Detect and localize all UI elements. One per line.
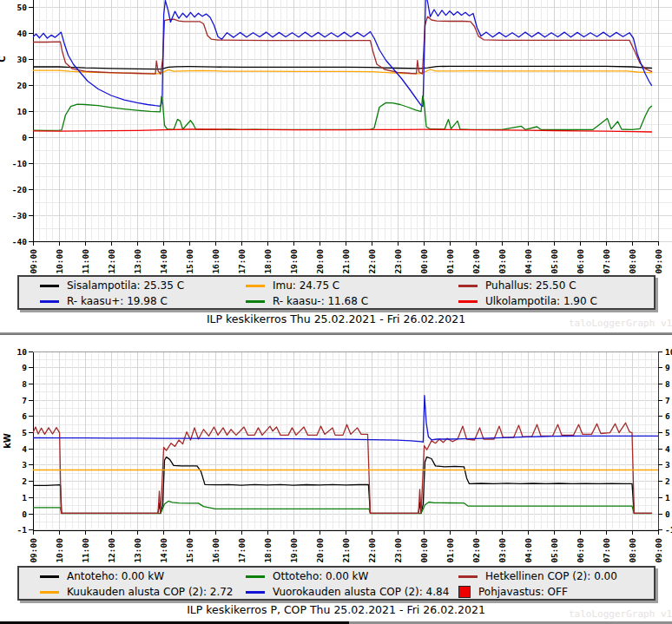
svg-text:18:00: 18:00 — [263, 249, 273, 274]
svg-text:10: 10 — [17, 347, 28, 357]
svg-text:-1: -1 — [665, 525, 672, 535]
svg-text:-40: -40 — [12, 237, 27, 246]
svg-text:2: 2 — [665, 476, 670, 486]
svg-text:-30: -30 — [12, 211, 27, 220]
svg-text:14:00: 14:00 — [159, 538, 168, 563]
svg-text:40: 40 — [17, 29, 28, 38]
svg-text:13:00: 13:00 — [133, 249, 142, 274]
talologger-graph-page: 50403020100-10-20-30-4009:0010:0011:0012… — [0, 0, 672, 624]
legend-item: R- kaasu+: 19.98 C — [40, 295, 246, 307]
legend-label: Vuorokauden alusta COP (2): 4.84 — [273, 586, 449, 598]
svg-text:0: 0 — [22, 133, 27, 142]
svg-text:17:00: 17:00 — [237, 249, 247, 274]
line-swatch — [40, 300, 59, 303]
svg-text:-20: -20 — [12, 185, 27, 194]
legend-label: Sisalampotila: 25.35 C — [67, 279, 184, 292]
legend-item: Imu: 24.75 C — [246, 279, 458, 292]
svg-text:09:00: 09:00 — [654, 538, 663, 563]
svg-text:5: 5 — [665, 428, 670, 437]
legend-label: Ulkolampotila: 1.90 C — [485, 295, 597, 307]
watermark: taloLoggerGraph v1 — [569, 318, 672, 329]
svg-text:09:00: 09:00 — [654, 249, 663, 274]
svg-text:08:00: 08:00 — [628, 538, 637, 563]
svg-text:21:00: 21:00 — [341, 538, 351, 563]
svg-text:50: 50 — [17, 3, 28, 12]
series-Sisalampotila — [33, 66, 652, 69]
svg-text:20:00: 20:00 — [315, 249, 325, 274]
svg-text:21:00: 21:00 — [341, 249, 351, 274]
svg-text:04:00: 04:00 — [524, 538, 533, 563]
svg-text:16:00: 16:00 — [211, 538, 221, 563]
svg-text:14:00: 14:00 — [159, 249, 168, 274]
svg-text:10:00: 10:00 — [55, 538, 64, 563]
line-swatch — [458, 300, 478, 303]
svg-text:01:00: 01:00 — [445, 538, 455, 563]
svg-text:01:00: 01:00 — [445, 249, 455, 274]
svg-text:15:00: 15:00 — [185, 538, 194, 563]
legend-item: Sisalampotila: 25.35 C — [40, 279, 246, 292]
svg-text:05:00: 05:00 — [550, 249, 559, 274]
svg-text:3: 3 — [665, 460, 670, 470]
svg-text:30: 30 — [17, 55, 28, 64]
svg-text:1: 1 — [22, 493, 27, 502]
line-swatch — [40, 591, 59, 594]
svg-text:6: 6 — [22, 411, 27, 421]
chart-divider — [0, 332, 672, 335]
legend-label: R- kaasu+: 19.98 C — [67, 295, 168, 307]
line-swatch — [458, 575, 478, 578]
svg-text:-10: -10 — [12, 159, 27, 168]
svg-text:20: 20 — [17, 81, 28, 90]
svg-text:0: 0 — [665, 509, 670, 519]
svg-text:7: 7 — [665, 396, 670, 405]
line-swatch — [40, 285, 59, 287]
series-R- kaasu- — [33, 96, 652, 131]
svg-text:2: 2 — [22, 476, 27, 486]
series-Ottoteho — [33, 501, 652, 513]
legend-label: R- kaasu-: 11.68 C — [273, 295, 368, 307]
svg-text:03:00: 03:00 — [497, 538, 507, 563]
svg-text:12:00: 12:00 — [107, 249, 116, 274]
svg-text:00:00: 00:00 — [419, 538, 429, 563]
svg-text:06:00: 06:00 — [576, 538, 585, 563]
svg-text:09:00: 09:00 — [29, 538, 38, 563]
line-swatch — [246, 575, 265, 578]
svg-text:4: 4 — [665, 444, 670, 454]
svg-text:06:00: 06:00 — [576, 249, 585, 274]
svg-text:23:00: 23:00 — [393, 538, 403, 563]
svg-text:04:00: 04:00 — [524, 249, 533, 274]
temp-chart-group: 50403020100-10-20-30-4009:0010:0011:0012… — [0, 0, 672, 274]
legend-label: Kuukauden alusta COP (2): 2.72 — [67, 586, 233, 598]
svg-text:C: C — [0, 56, 7, 62]
legend-item: Kuukauden alusta COP (2): 2.72 — [40, 586, 246, 598]
svg-text:8: 8 — [22, 379, 27, 389]
legend-item: R- kaasu-: 11.68 C — [246, 295, 458, 307]
svg-text:4: 4 — [22, 444, 27, 454]
legend-item: Ulkolampotila: 1.90 C — [458, 295, 654, 307]
svg-text:07:00: 07:00 — [602, 538, 611, 563]
svg-text:16:00: 16:00 — [211, 249, 221, 274]
legend-label: Imu: 24.75 C — [273, 279, 339, 292]
svg-text:20:00: 20:00 — [315, 538, 325, 563]
series-R- kaasu+ — [33, 0, 652, 107]
svg-text:0: 0 — [22, 509, 27, 519]
power-chart-group: 101099887766554433221100-1-109:0010:0011… — [3, 347, 672, 563]
legend-item: Vuorokauden alusta COP (2): 4.84 — [246, 586, 458, 598]
svg-text:6: 6 — [665, 411, 670, 421]
legend-label: Hetkellinen COP (2): 0.00 — [485, 570, 617, 582]
line-swatch — [246, 285, 265, 287]
svg-text:00:00: 00:00 — [419, 249, 429, 274]
svg-text:1: 1 — [665, 493, 670, 502]
watermark: taloLoggerGraph v1 — [569, 608, 672, 620]
svg-text:-1: -1 — [17, 525, 28, 535]
svg-text:17:00: 17:00 — [237, 538, 247, 563]
pohjavastus-status-swatch — [458, 586, 471, 598]
legend-item: Hetkellinen COP (2): 0.00 — [458, 570, 654, 582]
svg-text:11:00: 11:00 — [81, 538, 90, 563]
svg-text:19:00: 19:00 — [289, 538, 299, 563]
svg-text:7: 7 — [22, 396, 27, 405]
line-swatch — [458, 285, 478, 287]
svg-text:10: 10 — [17, 107, 28, 116]
svg-text:03:00: 03:00 — [497, 249, 507, 274]
power-legend: Antoteho: 0.00 kW Ottoteho: 0.00 kW Hetk… — [17, 566, 656, 601]
legend-label: Antoteho: 0.00 kW — [67, 570, 164, 582]
